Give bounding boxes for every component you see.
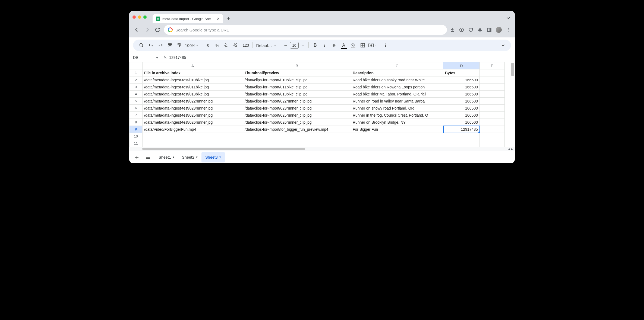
row-header[interactable]: 6 (130, 105, 143, 112)
cell[interactable]: Runner on Brooklyn Bridge. NY (351, 119, 443, 126)
vertical-scrollbar[interactable] (511, 63, 514, 76)
sheet-tab-sheet3[interactable]: Sheet3 ▾ (201, 152, 225, 162)
side-panel-icon[interactable] (487, 27, 492, 33)
col-header-A[interactable]: A (143, 62, 243, 69)
tab-close-icon[interactable]: ✕ (217, 17, 220, 21)
name-box[interactable]: D9 ▾ (133, 55, 158, 60)
col-header-B[interactable]: B (243, 62, 351, 69)
add-sheet-button[interactable] (132, 152, 142, 162)
cell[interactable]: /data/metadata-ingest-test/010bike.jpg (143, 76, 243, 84)
row-header[interactable]: 7 (130, 112, 143, 119)
cell[interactable] (443, 133, 480, 140)
cell[interactable]: /data/metadata-ingest-test/011bike.jpg (143, 84, 243, 91)
bold-button[interactable]: B (311, 41, 319, 49)
font-size-input[interactable]: 10 (290, 42, 299, 49)
cell[interactable]: /data/clips-for-import/026runner_clip.jp… (243, 119, 351, 126)
new-tab-button[interactable]: + (227, 15, 230, 22)
cell[interactable]: For Bigger Fun (351, 126, 443, 133)
text-color-button[interactable]: A (340, 41, 348, 49)
sheet-tab-menu-icon[interactable]: ▾ (219, 155, 221, 159)
cell[interactable]: Runner on snowy road Portland. OR (351, 105, 443, 112)
col-header-E[interactable]: E (480, 62, 505, 69)
increase-decimal-button[interactable]: .00 (232, 41, 240, 49)
browser-tab[interactable]: meta-data import - Google She ✕ (153, 14, 223, 23)
cell[interactable]: /data/clips-for-import/for_bigger_fun_pr… (243, 126, 351, 133)
cell[interactable] (143, 140, 243, 147)
back-button[interactable] (133, 27, 141, 33)
print-button[interactable] (166, 41, 174, 49)
cell[interactable] (480, 91, 505, 98)
cell[interactable] (480, 69, 505, 76)
cell[interactable] (443, 140, 480, 147)
name-box-dropdown-icon[interactable]: ▾ (156, 55, 158, 60)
profile-avatar[interactable] (496, 27, 502, 33)
cell[interactable] (243, 133, 351, 140)
cell[interactable]: /data/clips-for-import/013bike_clip.jpg (243, 91, 351, 98)
chrome-menu-icon[interactable] (506, 27, 511, 33)
cell[interactable]: 166500 (443, 119, 480, 126)
omnibox[interactable]: Search Google or type a URL (164, 25, 447, 35)
percent-format-button[interactable]: % (213, 41, 221, 49)
cell[interactable]: /data/metadata-ingest-test/023runner.jpg (143, 105, 243, 112)
cell[interactable] (143, 133, 243, 140)
cell[interactable]: /data/clips-for-import/022runner_clip.jp… (243, 98, 351, 105)
hscroll-nav[interactable]: ◀ ▶ (508, 148, 513, 151)
more-formats-button[interactable]: 123 (242, 41, 250, 49)
cell[interactable]: 166500 (443, 91, 480, 98)
formula-input[interactable]: 12917485 (169, 55, 186, 60)
italic-button[interactable]: I (321, 41, 329, 49)
cell[interactable]: 166500 (443, 84, 480, 91)
row-header[interactable]: 8 (130, 119, 143, 126)
cell[interactable] (480, 84, 505, 91)
cell[interactable]: /data/clips-for-import/011bike_clip.jpg (243, 84, 351, 91)
row-header[interactable]: 5 (130, 98, 143, 105)
cell[interactable]: 166500 (443, 98, 480, 105)
col-header-C[interactable]: C (351, 62, 443, 69)
select-all-corner[interactable] (130, 62, 143, 69)
merge-cells-button[interactable] (368, 41, 376, 49)
window-close-button[interactable] (132, 15, 136, 19)
cell[interactable] (351, 140, 443, 147)
cell[interactable] (480, 112, 505, 119)
cell[interactable]: Road bike riders on snaky road near Whit… (351, 76, 443, 84)
row-header[interactable]: 1 (130, 69, 143, 76)
cell[interactable]: 12917485 (443, 126, 480, 133)
borders-button[interactable] (359, 41, 367, 49)
window-minimize-button[interactable] (138, 15, 141, 19)
col-header-D[interactable]: D (443, 62, 480, 69)
fill-color-button[interactable] (349, 41, 357, 49)
cell[interactable]: Thumbnail/preview (243, 69, 351, 76)
cell[interactable]: /data/clips-for-import/025runner_clip.jp… (243, 112, 351, 119)
cell[interactable] (480, 105, 505, 112)
cell[interactable]: /data/metadata-ingest-test/013bike.jpg (143, 91, 243, 98)
downloads-icon[interactable] (450, 27, 455, 33)
cell[interactable] (480, 126, 505, 133)
sheet-tab-sheet2[interactable]: Sheet2 ▾ (178, 152, 201, 162)
forward-button[interactable] (143, 27, 151, 33)
cell[interactable] (351, 133, 443, 140)
extensions-icon[interactable] (477, 27, 483, 33)
row-header[interactable]: 9 (130, 126, 143, 133)
cell[interactable]: Description (351, 69, 443, 76)
row-header[interactable]: 2 (130, 76, 143, 84)
decrease-font-size-button[interactable]: − (283, 43, 289, 48)
ublock-icon[interactable] (468, 27, 473, 33)
strikethrough-button[interactable]: S (330, 41, 338, 49)
window-maximize-button[interactable] (143, 15, 147, 19)
font-family-dropdown[interactable]: Defaul… (255, 43, 277, 48)
cell[interactable]: /data/clips-for-import/010bike_clip.jpg (243, 76, 351, 84)
cell[interactable]: /data/metadata-ingest-test/026runner.jpg (143, 119, 243, 126)
all-sheets-button[interactable] (143, 152, 153, 162)
cell[interactable] (480, 140, 505, 147)
cell[interactable]: /data/metadata-ingest-test/025runner.jpg (143, 112, 243, 119)
increase-font-size-button[interactable]: + (300, 43, 306, 48)
horizontal-scrollbar[interactable] (142, 148, 305, 150)
currency-format-button[interactable]: £ (204, 41, 212, 49)
cell[interactable]: 166500 (443, 76, 480, 84)
more-toolbar-icon[interactable] (381, 41, 390, 49)
collapse-toolbar-icon[interactable] (500, 43, 507, 47)
sheet-tab-menu-icon[interactable]: ▾ (196, 155, 198, 159)
paint-format-button[interactable] (175, 41, 184, 49)
cell[interactable] (480, 133, 505, 140)
cell[interactable]: Runner in the fog. Council Crest. Portla… (351, 112, 443, 119)
